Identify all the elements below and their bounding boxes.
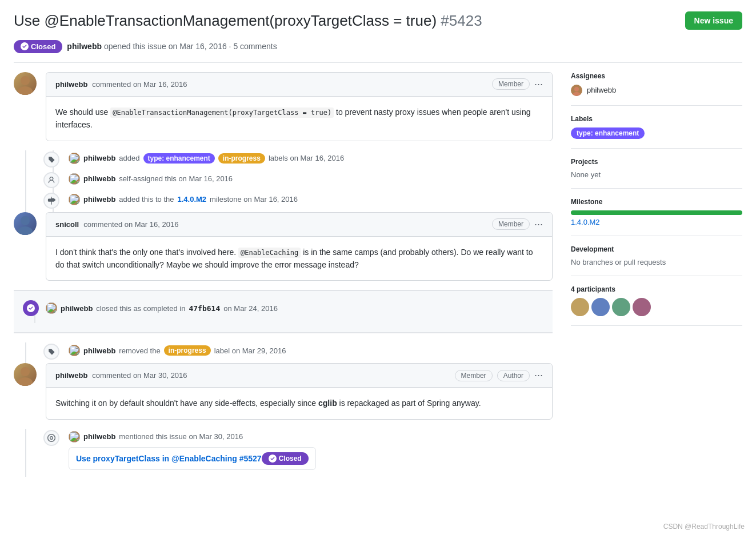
timeline-event-milestone: philwebb added this to the 1.4.0.M2 mile… [14,192,553,205]
more-options-button-3[interactable]: ··· [534,369,543,381]
author-link[interactable]: philwebb [67,42,102,51]
comment-header: philwebb commented on Mar 16, 2016 Membe… [46,73,552,97]
more-options-button[interactable]: ··· [534,78,543,90]
comment-block-3: philwebb commented on Mar 30, 2016 Membe… [14,363,553,419]
closed-badge: Closed [14,40,62,53]
code-inline: @EnableTransactionManagement(proxyTarget… [110,107,334,118]
comment-block: philwebb commented on Mar 16, 2016 Membe… [14,72,553,141]
milestone-link[interactable]: 1.4.0.M2 [177,195,206,204]
svg-point-5 [18,377,33,386]
participants-label: 4 participants [571,285,742,293]
milestone-bar-bg [571,210,742,215]
comment-header-2: snicoll commented on Mar 16, 2016 Member… [46,213,552,237]
check-circle-icon [21,42,29,50]
issue-title-text: Use @EnableTransactionManagement(proxyTa… [14,12,437,29]
member-badge: Member [492,78,530,90]
svg-point-14 [638,301,645,308]
development-value: No branches or pull requests [571,258,742,266]
timeline-event-closed: philwebb closed this as completed in 47f… [23,300,543,316]
label-inprogress-2: in-progress [164,345,211,356]
avatar [14,72,37,95]
commit-link[interactable]: 47fb614 [189,304,220,313]
comment-box-3: philwebb commented on Mar 30, 2016 Membe… [46,363,553,419]
projects-label: Projects [571,158,742,166]
timeline-event-mention: philwebb mentioned this issue on Mar 30,… [14,429,553,470]
new-issue-button[interactable]: New issue [685,11,742,30]
issue-meta-text: philwebb opened this issue on Mar 16, 20… [67,42,277,51]
event-author-link4[interactable]: philwebb [61,304,93,313]
svg-point-15 [636,309,647,316]
sidebar-labels: Labels type: enhancement [571,106,742,149]
svg-point-1 [18,86,33,95]
event-author-link6[interactable]: philwebb [83,432,115,441]
status-text: Closed [31,42,55,51]
issue-number: #5423 [441,12,482,29]
label-pill-enhancement: type: enhancement [571,127,645,139]
projects-value: None yet [571,170,742,179]
timeline-event-label: philwebb added type: enhancement in-prog… [14,150,553,164]
avatar-snicoll [14,212,37,235]
mentioned-closed-badge: Closed [262,452,309,465]
svg-point-10 [597,301,604,308]
issue-title: Use @EnableTransactionManagement(proxyTa… [14,11,676,31]
author-badge: Author [497,370,530,381]
timeline-event-label-remove: philwebb removed the in-progress label o… [14,342,553,356]
event-author-link[interactable]: philwebb [83,154,115,162]
svg-point-13 [615,309,627,316]
sidebar-participants: 4 participants [571,276,742,326]
sidebar-development: Development No branches or pull requests [571,236,742,276]
labels-label: Labels [571,115,742,123]
timeline-event-assign: philwebb self-assigned this on Mar 16, 2… [14,171,553,185]
svg-point-7 [573,92,581,96]
svg-point-8 [577,301,583,308]
commenter-link-3[interactable]: philwebb [55,371,87,380]
sidebar-assignees: Assignees philwebb [571,72,742,106]
svg-point-2 [21,216,30,225]
comment-box-2: snicoll commented on Mar 16, 2016 Member… [46,212,553,281]
comment-body-2: I don't think that's the only one that's… [46,237,552,281]
mentioned-issue-link[interactable]: Use proxyTargetClass in @EnableCaching #… [76,454,262,463]
code-inline-2: @EnableCaching [238,248,301,258]
comment-header-3: philwebb commented on Mar 30, 2016 Membe… [46,364,552,388]
svg-point-9 [574,309,586,316]
label-enhancement: type: enhancement [143,153,215,164]
participant-2 [591,298,610,316]
comment-block-2: snicoll commented on Mar 16, 2016 Member… [14,212,553,281]
development-label: Development [571,245,742,253]
closed-section: philwebb closed this as completed in 47f… [14,290,553,333]
participant-3 [612,298,630,316]
sidebar: Assignees philwebb Labels type: enhancem… [571,72,742,477]
sidebar-milestone: Milestone 1.4.0.M2 [571,189,742,236]
member-badge-3: Member [455,370,493,381]
event-author-link2[interactable]: philwebb [83,174,115,183]
svg-point-0 [21,76,30,85]
label-inprogress: in-progress [218,153,265,164]
assignees-label: Assignees [571,72,742,80]
milestone-name[interactable]: 1.4.0.M2 [571,218,600,226]
avatar-3 [14,363,37,386]
timeline: philwebb commented on Mar 16, 2016 Membe… [14,72,553,477]
event-author-link5[interactable]: philwebb [83,346,115,355]
svg-point-6 [574,87,579,91]
participants-list [571,298,742,316]
svg-point-11 [595,309,606,316]
participant-4 [633,298,651,316]
comment-body-3: Switching it on by default shouldn't hav… [46,388,552,419]
milestone-label: Milestone [571,198,742,206]
milestone-bar-fill [571,210,742,215]
svg-point-4 [21,367,30,376]
comment-body: We should use @EnableTransactionManageme… [46,97,552,141]
sidebar-projects: Projects None yet [571,149,742,189]
issue-meta: Closed philwebb opened this issue on Mar… [14,40,742,63]
assignee-link[interactable]: philwebb [587,86,616,94]
more-options-button-2[interactable]: ··· [534,218,543,230]
commenter-link-2[interactable]: snicoll [55,220,79,229]
member-badge-2: Member [492,218,530,230]
assignee-row: philwebb [571,85,742,96]
commenter-link[interactable]: philwebb [55,80,87,89]
comment-box: philwebb commented on Mar 16, 2016 Membe… [46,72,553,141]
event-author-link3[interactable]: philwebb [83,195,115,204]
participant-1 [571,298,589,316]
svg-point-3 [18,226,33,235]
svg-point-12 [618,301,625,308]
